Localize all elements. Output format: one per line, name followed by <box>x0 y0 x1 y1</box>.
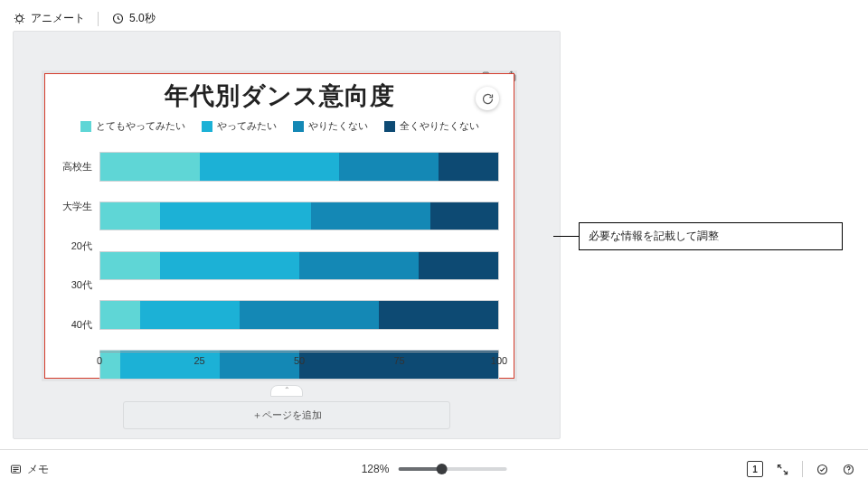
notes-button[interactable]: メモ <box>9 462 49 477</box>
help-icon[interactable] <box>842 463 855 476</box>
chart-legend: とてもやってみたいやってみたいやりたくない全くやりたくない <box>45 119 514 133</box>
add-page-button[interactable]: ＋ページを追加 <box>123 401 450 429</box>
bar-row <box>99 300 499 330</box>
bar-row <box>99 152 499 182</box>
chart-y-labels: 高校生大学生20代30代40代 <box>52 152 96 349</box>
legend-item: やってみたい <box>202 119 277 133</box>
zoom-value: 128% <box>362 463 390 475</box>
legend-item: 全くやりたくない <box>384 119 479 133</box>
chart-title: 年代別ダンス意向度 <box>45 80 514 112</box>
timer-label: 5.0秒 <box>129 11 156 26</box>
clock-icon <box>111 12 125 25</box>
chart-x-axis: 0255075100 <box>99 352 499 369</box>
legend-item: やりたくない <box>293 119 368 133</box>
refresh-icon <box>481 92 495 106</box>
slide-canvas[interactable]: 年代別ダンス意向度 とてもやってみたいやってみたいやりたくない全くやりたくない … <box>44 73 514 379</box>
bar-row <box>99 202 499 231</box>
zoom-control: 128% <box>362 463 507 475</box>
refresh-button[interactable] <box>476 87 499 110</box>
annotation-text: 必要な情報を記載して調整 <box>579 222 843 250</box>
bar-row <box>99 251 499 281</box>
notes-icon <box>9 463 23 476</box>
chart-plot <box>99 152 499 349</box>
animate-button[interactable]: アニメート <box>9 7 89 30</box>
page-count-button[interactable]: 1 <box>747 461 763 477</box>
svg-point-0 <box>16 15 22 21</box>
svg-point-8 <box>848 471 849 472</box>
bottom-bar: メモ 128% 1 <box>0 449 868 488</box>
panel-handle[interactable]: ⌃ <box>270 385 303 397</box>
toolbar-separator <box>98 12 99 26</box>
timer-button[interactable]: 5.0秒 <box>108 7 159 30</box>
fullscreen-icon[interactable] <box>776 463 789 476</box>
sparkle-icon <box>13 12 26 25</box>
check-circle-icon[interactable] <box>816 463 829 476</box>
annotation-callout: 必要な情報を記載して調整 <box>553 222 843 250</box>
zoom-slider[interactable] <box>398 467 506 471</box>
animate-label: アニメート <box>31 11 85 26</box>
separator <box>802 461 803 477</box>
legend-item: とてもやってみたい <box>80 119 185 133</box>
svg-point-6 <box>818 465 827 474</box>
notes-label: メモ <box>27 462 49 477</box>
canvas-well: 年代別ダンス意向度 とてもやってみたいやってみたいやりたくない全くやりたくない … <box>13 31 561 439</box>
